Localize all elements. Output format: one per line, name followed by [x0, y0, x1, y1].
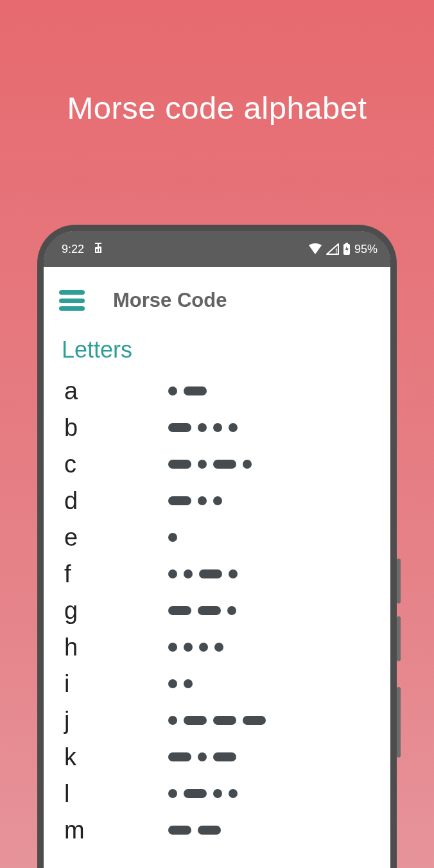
list-item[interactable]: i — [59, 665, 375, 702]
letter-label: b — [59, 415, 168, 440]
dash-icon — [168, 826, 191, 835]
status-time: 9:22 — [62, 243, 84, 256]
list-item[interactable]: c — [59, 446, 375, 482]
letter-label: k — [59, 745, 168, 769]
dot-icon — [184, 643, 193, 652]
dash-icon — [168, 496, 191, 505]
letter-label: c — [59, 452, 168, 476]
dot-icon — [168, 533, 177, 542]
svg-text:!: ! — [335, 248, 337, 255]
dot-icon — [214, 643, 223, 652]
letter-label: a — [59, 379, 168, 403]
morse-code — [168, 460, 252, 469]
dot-icon — [213, 496, 222, 505]
dash-icon — [168, 460, 191, 469]
dot-icon — [168, 679, 177, 688]
morse-code — [168, 533, 177, 542]
phone-mock: 9:22 ! — [37, 225, 397, 868]
dot-icon — [229, 789, 238, 798]
morse-code — [168, 752, 236, 761]
section-title-letters: Letters — [62, 336, 375, 363]
dot-icon — [184, 569, 193, 578]
dash-icon — [213, 752, 236, 761]
list-item[interactable]: d — [59, 482, 375, 519]
morse-list[interactable]: abcdefghijklm — [59, 372, 375, 848]
list-item[interactable]: l — [59, 775, 375, 812]
letter-label: d — [59, 489, 168, 513]
list-item[interactable]: a — [59, 372, 375, 409]
dash-icon — [198, 826, 221, 835]
morse-code — [168, 423, 238, 432]
dash-icon — [199, 569, 222, 578]
dash-icon — [168, 752, 191, 761]
dash-icon — [184, 789, 207, 798]
morse-code — [168, 606, 236, 615]
list-item[interactable]: f — [59, 555, 375, 592]
menu-icon[interactable] — [59, 290, 85, 311]
dash-icon — [243, 716, 266, 725]
dash-icon — [198, 606, 221, 615]
morse-code — [168, 679, 193, 688]
list-item[interactable]: k — [59, 738, 375, 775]
dash-icon — [213, 460, 236, 469]
dash-icon — [184, 716, 207, 725]
dot-icon — [199, 643, 208, 652]
letter-label: e — [59, 525, 168, 550]
dot-icon — [168, 569, 177, 578]
dot-icon — [168, 386, 177, 395]
letter-label: h — [59, 635, 168, 659]
letter-label: m — [59, 818, 168, 842]
app-title: Morse Code — [113, 289, 227, 312]
dash-icon — [184, 386, 207, 395]
dot-icon — [168, 789, 177, 798]
dot-icon — [198, 423, 207, 432]
morse-code — [168, 569, 238, 578]
morse-code — [168, 826, 221, 835]
list-item[interactable]: m — [59, 812, 375, 848]
letter-label: f — [59, 562, 168, 586]
app-content: Morse Code Letters abcdefghijklm — [44, 267, 390, 868]
list-item[interactable]: h — [59, 629, 375, 665]
dot-icon — [229, 423, 238, 432]
battery-icon — [343, 243, 351, 256]
promo-title: Morse code alphabet — [0, 90, 434, 126]
status-app-icon — [93, 242, 103, 257]
morse-code — [168, 716, 266, 725]
app-header: Morse Code — [59, 289, 375, 312]
morse-code — [168, 789, 238, 798]
status-bar: 9:22 ! — [44, 231, 390, 267]
svg-rect-2 — [345, 243, 348, 245]
signal-icon: ! — [326, 243, 339, 255]
dot-icon — [184, 679, 193, 688]
letter-label: l — [59, 781, 168, 806]
letter-label: i — [59, 672, 168, 696]
morse-code — [168, 386, 207, 395]
dot-icon — [198, 752, 207, 761]
list-item[interactable]: b — [59, 409, 375, 446]
dash-icon — [168, 423, 191, 432]
dot-icon — [168, 643, 177, 652]
letter-label: j — [59, 708, 168, 733]
dot-icon — [229, 569, 238, 578]
dot-icon — [243, 460, 252, 469]
wifi-icon — [308, 243, 322, 255]
dash-icon — [168, 606, 191, 615]
dot-icon — [213, 423, 222, 432]
list-item[interactable]: g — [59, 592, 375, 629]
dot-icon — [213, 789, 222, 798]
dot-icon — [227, 606, 236, 615]
morse-code — [168, 643, 223, 652]
battery-percent: 95% — [354, 243, 378, 256]
morse-code — [168, 496, 222, 505]
dot-icon — [198, 496, 207, 505]
dot-icon — [198, 460, 207, 469]
letter-label: g — [59, 598, 168, 623]
list-item[interactable]: e — [59, 519, 375, 555]
list-item[interactable]: j — [59, 702, 375, 738]
dash-icon — [213, 716, 236, 725]
dot-icon — [168, 716, 177, 725]
